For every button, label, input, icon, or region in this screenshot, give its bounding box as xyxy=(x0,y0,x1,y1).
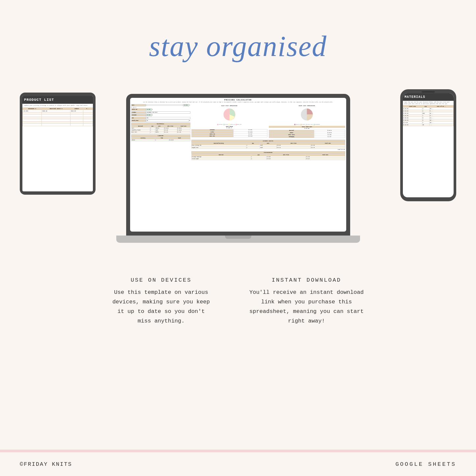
table-row: Paypal Fees 1 each $ 0.75 $ 0.75 xyxy=(191,147,345,149)
hourly-val: 20 xyxy=(146,120,189,122)
base-chart-title: BASE COST BREAKDOWN xyxy=(269,105,345,106)
table-row: $ 10.0030... xyxy=(403,124,454,126)
sales-tax-label: Sales Tax xyxy=(131,108,146,111)
labour-table: Activity Time Total Labour 1 xyxy=(131,137,190,141)
mat-header-row: Total Cost Qty Unit of Me... xyxy=(403,105,454,108)
table-row xyxy=(23,115,93,117)
use-on-devices-block: USE ON DEVICES Use this template on vari… xyxy=(112,277,210,326)
title-section: stay organised xyxy=(149,30,327,63)
sale-legend: Discount Profit Sales Tax Base Cost xyxy=(191,124,268,125)
product-label: Product xyxy=(131,111,146,114)
table-row: $ 20.001m... xyxy=(403,115,454,117)
table-row: Tissue paper 2 $ 0.23 $ 0.97 xyxy=(191,158,345,160)
footer-copyright: ©FRIDAY KNITS xyxy=(20,461,72,467)
sku-label: SKU xyxy=(131,117,146,119)
pct-symbol: % xyxy=(189,105,190,106)
total-base-display: TOTAL BASE COST $ 62.95 xyxy=(269,126,345,129)
materials-content: MATERIALS rage that you use for your bus… xyxy=(403,93,454,197)
instant-download-block: INSTANT DOWNLOAD You'll receive an insta… xyxy=(249,277,364,326)
legend-profit: Profit xyxy=(223,124,228,125)
materials-table: Total Cost Qty Unit of Me... $ 40.004sh.… xyxy=(403,105,454,126)
material-section-label: MATERIAL xyxy=(131,123,190,125)
table-row: $ 3.001ep... xyxy=(403,122,454,124)
discount-label: Discount xyxy=(131,114,146,116)
laptop-content: PRICING CALCULATOR Use the calculator be… xyxy=(130,98,346,232)
b-pack-val: $ 3.87 xyxy=(314,136,345,138)
table-row: Labour 1 $ 20.00 xyxy=(131,139,190,141)
table-row: 10.00% $38.33 $20.00 xyxy=(23,110,93,112)
legend-labour-b: Labour xyxy=(300,124,305,125)
use-devices-body: Use this template on various devices, ma… xyxy=(112,288,210,326)
other-costs-total: Total $ 0.95 xyxy=(191,149,345,151)
packaging-table: Material Qty Unit Price Total Cost xyxy=(191,154,345,160)
product-row: Product Handmade Item Here xyxy=(131,111,190,114)
table-row: Packaging$ 3.87 xyxy=(269,136,345,138)
laptop-wrapper: PRICING CALCULATOR Use the calculator be… xyxy=(116,94,360,243)
devices-section: PRODUCT LIST update your pricing strateg… xyxy=(0,83,476,254)
materials-subtext: rage that you use for your business belo… xyxy=(403,101,454,105)
discount-row: Discount 20.00% % xyxy=(131,114,190,116)
table-row: $ 25.005ei... xyxy=(403,117,454,119)
table-row xyxy=(23,117,93,119)
main-title: stay organised xyxy=(149,30,327,63)
table-header-row: Discount % Material Costs % Labour P... xyxy=(23,108,93,110)
col-qty: Qty xyxy=(422,105,429,108)
date-row: Date 30.00% % xyxy=(131,104,190,106)
cell-discount: 10.00% xyxy=(23,110,42,112)
other-costs-section-label: OTHER COSTS xyxy=(191,140,345,142)
total-base-value: $ 62.95 xyxy=(269,128,345,129)
legend-sales-tax: Sales Tax xyxy=(229,124,235,125)
tablet-device-wrapper: PRODUCT LIST update your pricing strateg… xyxy=(20,93,96,195)
s-base-val: $ 62.95 xyxy=(233,135,267,137)
col-discount: Discount % xyxy=(23,108,42,110)
sales-tax-val: 10.00% xyxy=(146,108,152,111)
table-row: $ 30.005me... xyxy=(403,119,454,122)
base-pie-chart xyxy=(299,107,314,122)
table-row: $ 40.004sh... xyxy=(403,108,454,110)
pricing-desc: Use the calculator below to determine ho… xyxy=(131,102,345,103)
footer-section: ©FRIDAY KNITS GOOGLE SHEETS xyxy=(0,450,476,476)
laptop-screen-inner: PRICING CALCULATOR Use the calculator be… xyxy=(130,98,346,232)
col-labour: Labour xyxy=(70,108,83,110)
pricing-calc-title: PRICING CALCULATOR xyxy=(131,99,345,101)
bottom-section: USE ON DEVICES Use this template on vari… xyxy=(90,277,386,326)
use-devices-title: USE ON DEVICES xyxy=(112,277,210,283)
legend-base-cost: Base Cost xyxy=(236,124,242,125)
legend-other: Other Costs xyxy=(306,124,313,125)
base-breakdown-table: Material$ 38.33 Labour$ 20.00 Other Cost… xyxy=(269,130,345,138)
tablet-device: PRODUCT LIST update your pricing strateg… xyxy=(20,93,96,195)
sku-value: 001 xyxy=(146,117,190,119)
sale-price-display: SALE PRICE $ 160.72 xyxy=(191,126,268,128)
product-list-header: PRODUCT LIST xyxy=(22,96,93,104)
col-unit: Unit of Me... xyxy=(430,105,454,108)
base-legend: Material Labour Other Costs Packaging xyxy=(269,124,345,125)
laptop-base xyxy=(116,236,360,243)
table-row: $ 20.006b... xyxy=(403,110,454,112)
legend-packaging: Packaging xyxy=(314,124,320,125)
phone-screen: MATERIALS rage that you use for your bus… xyxy=(403,93,454,197)
base-cost-chart: BASE COST BREAKDOWN Mat xyxy=(269,105,345,138)
sale-breakdown-table: Discount$ 0.59 Profit$ 18.89 Sales Tax$ … xyxy=(191,129,268,138)
labour-section-label: LABOUR xyxy=(131,134,190,137)
instant-download-title: INSTANT DOWNLOAD xyxy=(249,277,364,283)
other-costs-table: Material/Activity Qty Unit Unit Price To… xyxy=(191,142,345,149)
left-input-panel: Date 30.00% % 01 Aug 23 Sales Tax 10.00% xyxy=(131,104,190,231)
date-value xyxy=(146,104,183,106)
table-row xyxy=(23,122,93,124)
sale-chart-title: SALE COST BREAKDOWN xyxy=(191,105,268,106)
product-list-table: Discount % Material Costs % Labour P... … xyxy=(22,107,93,126)
profit-pct: 30.00% xyxy=(183,104,189,106)
legend-material: Material xyxy=(294,124,300,125)
hourly-row: Hourly Rate 20 $ xyxy=(131,120,190,122)
cell-extra xyxy=(83,110,93,112)
laptop-screen-outer: PRICING CALCULATOR Use the calculator be… xyxy=(126,94,350,236)
b-pack-lbl: Packaging xyxy=(269,136,314,138)
product-list-subtext: update your pricing strategy to ensure i… xyxy=(22,104,93,107)
cell-labour: $20.00 xyxy=(70,110,83,112)
col-total-cost: Total Cost xyxy=(403,105,422,108)
phone-device: MATERIALS rage that you use for your bus… xyxy=(400,89,456,201)
sale-price-value: $ 160.72 xyxy=(191,127,268,128)
footer-platform: GOOGLE SHEETS xyxy=(395,461,456,467)
materials-header: MATERIALS xyxy=(403,93,454,101)
right-panel: SALE COST BREAKDOWN xyxy=(191,104,345,231)
